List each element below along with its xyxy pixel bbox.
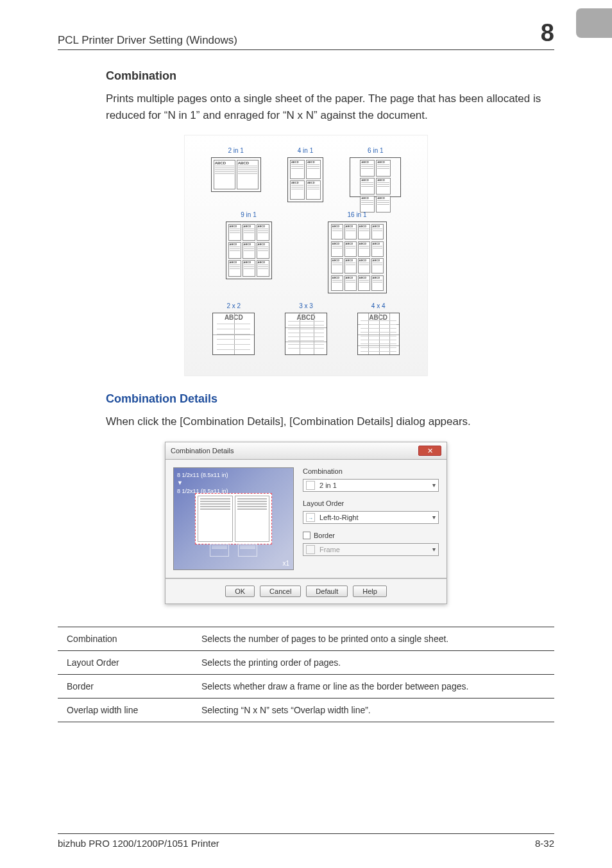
section-heading-combination: Combination	[106, 69, 554, 83]
fig-abcd: ABCD	[359, 243, 369, 245]
section-body-combination: Prints multiple pages onto a single shee…	[106, 91, 554, 123]
layout-order-select[interactable]: →Left-to-Right ▾	[303, 511, 439, 524]
table-row: BorderSelects whether draw a frame or li…	[58, 674, 554, 698]
fig-abcd: ABCD	[244, 225, 254, 228]
fig-abcd: ABCD	[230, 243, 240, 246]
fig-label-2x2: 2 x 2	[226, 302, 241, 309]
table-cell-name: Overlap width line	[58, 698, 192, 722]
fig-label-4x4: 4 x 4	[371, 302, 386, 309]
dialog-title: Combination Details	[171, 447, 234, 455]
dialog-titlebar: Combination Details ✕	[165, 442, 447, 460]
frame-select-value: Frame	[319, 546, 340, 553]
frame-select-icon	[306, 545, 315, 554]
fig-label-9in1: 9 in 1	[241, 211, 256, 218]
chevron-down-icon: ▾	[432, 482, 436, 489]
fig-abcd: ABCD	[377, 161, 389, 164]
fig-abcd: ABCD	[361, 161, 373, 164]
section-body-combination-details: When click the [Combination Details], [C…	[106, 413, 554, 430]
fig-abcd: ABCD	[332, 277, 342, 279]
frame-select: Frame ▾	[303, 543, 439, 556]
close-icon[interactable]: ✕	[418, 446, 441, 456]
fig-abcd: ABCD	[332, 243, 342, 245]
poster-4x4: ABCD for(let i=1;i<4;i++)document.write(…	[357, 313, 400, 355]
table-cell-desc: Selecting “N x N” sets “Overlap width li…	[192, 698, 554, 722]
options-table: CombinationSelects the number of pages t…	[58, 627, 554, 722]
cancel-button[interactable]: Cancel	[260, 586, 301, 597]
border-checkbox[interactable]	[303, 532, 310, 539]
header: PCL Printer Driver Setting (Windows) 8	[58, 19, 554, 50]
fig-abcd: ABCD	[215, 161, 234, 165]
fig-abcd: ABCD	[258, 225, 268, 228]
dialog-label-layout: Layout Order	[303, 499, 439, 507]
fig-abcd: ABCD	[346, 259, 355, 262]
table-row: Layout OrderSelects the printing order o…	[58, 650, 554, 674]
fig-abcd: ABCD	[359, 277, 369, 279]
fig-abcd: ABCD	[244, 243, 254, 246]
section-heading-combination-details: Combination Details	[106, 392, 554, 406]
fig-label-2in1: 2 in 1	[228, 147, 243, 154]
fig-abcd: ABCD	[244, 261, 254, 264]
fig-abcd: ABCD	[373, 277, 382, 279]
fig-abcd: ABCD	[291, 182, 303, 184]
ok-button[interactable]: OK	[225, 586, 255, 597]
fig-label-16in1: 16 in 1	[347, 211, 366, 218]
help-button[interactable]: Help	[353, 586, 387, 597]
table-row: Overlap width lineSelecting “N x N” sets…	[58, 698, 554, 722]
poster-abcd: ABCD	[225, 314, 243, 321]
table-cell-name: Border	[58, 674, 192, 698]
table-cell-desc: Selects the number of pages to be printe…	[192, 627, 554, 650]
fig-abcd: ABCD	[332, 225, 342, 228]
dialog-preview-pane: 8 1/2x11 (8.5x11 in) ▼ 8 1/2x11 (8.5x11 …	[173, 467, 294, 570]
fig-abcd: ABCD	[291, 161, 303, 164]
table-cell-name: Layout Order	[58, 650, 192, 674]
fig-abcd: ABCD	[230, 261, 240, 264]
fig-abcd: ABCD	[258, 261, 268, 264]
table-cell-name: Combination	[58, 627, 192, 650]
table-cell-desc: Selects whether draw a frame or line as …	[192, 674, 554, 698]
combination-select[interactable]: 2 in 1 ▾	[303, 479, 439, 492]
table-cell-desc: Selects the printing order of pages.	[192, 650, 554, 674]
combination-select-icon	[306, 481, 315, 490]
fig-label-6in1: 6 in 1	[368, 147, 383, 154]
fig-label-3x3: 3 x 3	[299, 302, 313, 309]
fig-abcd: ABCD	[359, 259, 369, 262]
dialog-label-combination: Combination	[303, 467, 439, 475]
fig-abcd: ABCD	[377, 179, 389, 182]
layout-order-icon: →	[306, 513, 315, 522]
fig-label-4in1: 4 in 1	[298, 147, 313, 154]
fig-abcd: ABCD	[361, 197, 373, 200]
fig-abcd: ABCD	[346, 243, 355, 245]
preview-dim1: 8 1/2x11 (8.5x11 in)	[177, 472, 228, 478]
fig-abcd: ABCD	[373, 225, 382, 228]
table-row: CombinationSelects the number of pages t…	[58, 627, 554, 650]
fig-abcd: ABCD	[307, 182, 319, 184]
fig-abcd: ABCD	[359, 225, 369, 228]
fig-abcd: ABCD	[332, 259, 342, 262]
chevron-down-icon: ▾	[432, 514, 436, 521]
fig-abcd: ABCD	[377, 197, 389, 200]
combination-details-dialog: Combination Details ✕ 8 1/2x11 (8.5x11 i…	[165, 442, 447, 604]
fig-abcd: ABCD	[373, 243, 382, 245]
fig-abcd: ABCD	[373, 259, 382, 262]
fig-abcd: ABCD	[346, 277, 355, 279]
header-title: PCL Printer Driver Setting (Windows)	[58, 34, 237, 47]
chevron-down-icon: ▾	[432, 546, 436, 553]
border-checkbox-label: Border	[314, 532, 335, 539]
default-button[interactable]: Default	[306, 586, 348, 597]
fig-abcd: ABCD	[258, 243, 268, 246]
poster-3x3: ABCD for(let i=0;i<8;i++)document.write(…	[285, 313, 327, 355]
combination-figure: 2 in 1 ABCD ABCD 4 in 1 ABCD ABCD ABCD A…	[184, 135, 428, 376]
zoom-indicator: x1	[282, 560, 289, 567]
poster-2x2: ABCD for(let i=0;i<6;i++)document.write(…	[212, 313, 255, 355]
fig-abcd: ABCD	[307, 161, 319, 164]
combination-select-value: 2 in 1	[319, 482, 337, 489]
layout-order-value: Left-to-Right	[319, 514, 359, 521]
fig-abcd: ABCD	[346, 225, 355, 228]
fig-abcd: ABCD	[230, 225, 240, 228]
fig-abcd: ABCD	[238, 161, 257, 165]
fig-abcd: ABCD	[361, 179, 373, 182]
chapter-number: 8	[541, 19, 554, 47]
